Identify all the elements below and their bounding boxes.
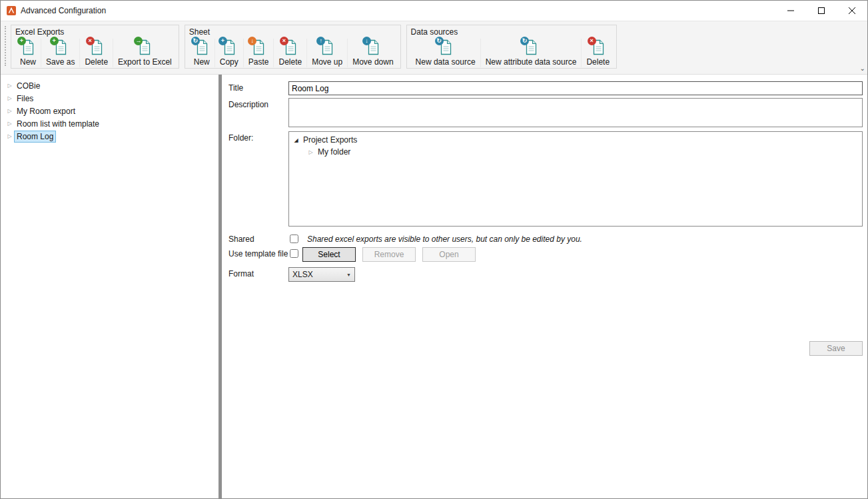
format-label: Format: [228, 267, 288, 282]
toolbar-sheet-moveup-button[interactable]: ↑ Move up: [306, 39, 347, 67]
toolbar-button-label: Delete: [278, 57, 302, 67]
toolbar-button-label: New: [20, 57, 36, 67]
window-title: Advanced Configuration: [21, 6, 106, 15]
title-input[interactable]: [288, 81, 863, 95]
use-template-file-checkbox[interactable]: [290, 249, 298, 258]
toolbar-button-label: Move down: [352, 57, 393, 67]
chevron-down-icon: ▼: [346, 272, 351, 277]
toolbar-sheet-paste-button[interactable]: ↓ Paste: [243, 39, 274, 67]
toolbar-group-sheet: Sheet ↻ New + Copy ↓ Paste × Delete: [185, 25, 401, 69]
paste-sheet-icon: ↓: [250, 39, 266, 55]
save-button[interactable]: Save: [809, 341, 863, 356]
window-controls: [775, 1, 867, 21]
tree-item-label: Files: [14, 93, 36, 105]
toolbar-button-label: Copy: [220, 57, 238, 67]
shared-checkbox[interactable]: [290, 235, 298, 243]
toolbar-button-label: New data source: [416, 57, 476, 67]
expand-arrow-icon[interactable]: ▷: [5, 133, 14, 139]
toolbar-group-label: Sheet: [189, 27, 398, 37]
tree-item-label: Room list with template: [14, 118, 102, 130]
titlebar: Advanced Configuration: [1, 1, 867, 21]
toolbar-excel-delete-button[interactable]: × Delete: [79, 39, 113, 67]
toolbar-button-label: New attribute data source: [486, 57, 577, 67]
main-area: ▷ COBie ▷ Files ▷ My Room export ▷ Room …: [1, 75, 867, 498]
exports-tree-panel: ▷ COBie ▷ Files ▷ My Room export ▷ Room …: [1, 75, 218, 498]
tree-item-label: COBie: [14, 80, 43, 92]
toolbar-button-label: Paste: [248, 57, 269, 67]
shared-hint: Shared excel exports are visible to othe…: [307, 233, 582, 244]
toolbar-group-data-sources: Data sources ↻ New data source ↻ New att…: [406, 25, 617, 69]
toolbar-excel-new-button[interactable]: + New: [15, 39, 41, 67]
folder-tree-child[interactable]: ▷ My folder: [306, 146, 859, 158]
toolbar-button-label: Delete: [85, 57, 108, 67]
toolbar-new-data-source-button[interactable]: ↻ New data source: [411, 39, 480, 67]
move-down-icon: ↓: [365, 39, 381, 55]
chevron-down-icon: ⌄: [860, 65, 865, 72]
new-data-source-icon: ↻: [438, 39, 454, 55]
expand-arrow-icon[interactable]: ▷: [5, 121, 14, 127]
tree-item-room-log[interactable]: ▷ Room Log: [1, 130, 218, 143]
new-attribute-data-source-icon: ↻: [523, 39, 539, 55]
toolbar-excel-saveas-button[interactable]: + Save as: [41, 39, 79, 67]
app-icon: [6, 5, 17, 16]
expand-arrow-icon[interactable]: ▷: [5, 83, 14, 89]
toolbar-sheet-copy-button[interactable]: + Copy: [215, 39, 243, 67]
collapse-arrow-icon[interactable]: ◢: [292, 137, 300, 143]
select-template-button[interactable]: Select: [302, 247, 356, 262]
delete-document-icon: ×: [89, 39, 105, 55]
use-template-file-label: Use template file: [228, 247, 288, 262]
toolbar-button-label: Save as: [46, 57, 75, 67]
title-label: Title: [228, 81, 288, 95]
export-detail-panel: Title Description Folder: ◢ Project: [222, 75, 867, 498]
expand-arrow-icon[interactable]: ▷: [5, 95, 14, 101]
export-to-excel-icon: →: [137, 39, 153, 55]
format-dropdown[interactable]: XLSX ▼: [288, 267, 355, 282]
move-up-icon: ↑: [319, 39, 335, 55]
tree-item-files[interactable]: ▷ Files: [1, 92, 218, 105]
folder-child-label: My folder: [315, 146, 353, 158]
toolbar-group-label: Excel Exports: [15, 27, 177, 37]
tree-item-label: Room Log: [14, 131, 56, 143]
close-button[interactable]: [837, 1, 867, 21]
description-label: Description: [228, 98, 288, 127]
copy-sheet-icon: +: [221, 39, 237, 55]
save-as-icon: +: [53, 39, 69, 55]
toolbar-group-excel-exports: Excel Exports + New + Save as × Delete →…: [11, 25, 179, 69]
folder-root-label: Project Exports: [300, 134, 360, 146]
toolbar-grip[interactable]: [5, 26, 7, 66]
toolbar-sheet-delete-button[interactable]: × Delete: [273, 39, 306, 67]
new-document-icon: +: [20, 39, 36, 55]
open-template-button[interactable]: Open: [422, 247, 476, 262]
tree-item-label: My Room export: [14, 105, 78, 117]
format-dropdown-value: XLSX: [292, 270, 313, 279]
toolbar-group-label: Data sources: [411, 27, 614, 37]
toolbar-sheet-new-button[interactable]: ↻ New: [189, 39, 215, 67]
folder-tree-root[interactable]: ◢ Project Exports: [292, 134, 859, 146]
delete-data-source-icon: ×: [590, 39, 606, 55]
tree-item-my-room-export[interactable]: ▷ My Room export: [1, 105, 218, 117]
expand-arrow-icon[interactable]: ▷: [306, 149, 315, 155]
maximize-button[interactable]: [806, 1, 837, 21]
toolbar-export-to-excel-button[interactable]: → Export to Excel: [113, 39, 177, 67]
folder-tree: ◢ Project Exports ▷ My folder: [288, 131, 863, 227]
toolbar-overflow-button[interactable]: ⌄: [860, 65, 865, 72]
shared-label: Shared: [228, 233, 288, 244]
toolbar-datasource-delete-button[interactable]: × Delete: [581, 39, 614, 67]
new-sheet-icon: ↻: [194, 39, 210, 55]
toolbar-sheet-movedown-button[interactable]: ↓ Move down: [347, 39, 398, 67]
tree-item-cobie[interactable]: ▷ COBie: [1, 79, 218, 92]
toolbar-new-attribute-data-source-button[interactable]: ↻ New attribute data source: [480, 39, 582, 67]
app-window: Advanced Configuration Excel Exports + N…: [0, 0, 868, 499]
remove-template-button[interactable]: Remove: [362, 247, 416, 262]
delete-sheet-icon: ×: [282, 39, 298, 55]
toolbar-button-label: Delete: [586, 57, 610, 67]
toolbar: Excel Exports + New + Save as × Delete →…: [1, 21, 867, 75]
toolbar-button-label: New: [194, 57, 210, 67]
expand-arrow-icon[interactable]: ▷: [5, 108, 14, 114]
description-input[interactable]: [288, 98, 863, 127]
tree-item-room-list-with-template[interactable]: ▷ Room list with template: [1, 117, 218, 130]
toolbar-button-label: Export to Excel: [118, 57, 172, 67]
minimize-button[interactable]: [775, 1, 806, 21]
toolbar-button-label: Move up: [312, 57, 342, 67]
folder-label: Folder:: [228, 131, 288, 227]
